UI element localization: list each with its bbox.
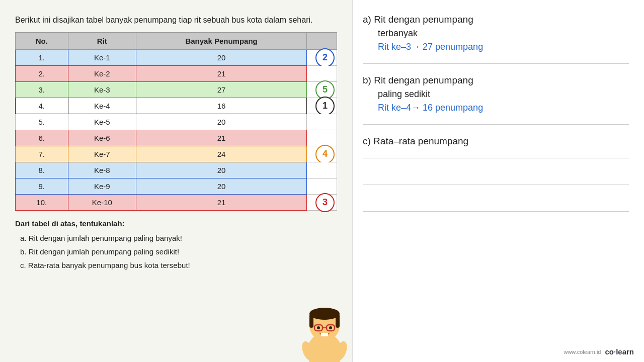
circle-indicator: 2: [315, 48, 335, 67]
questions-section: Dari tabel di atas, tentukanlah: Rit den…: [15, 217, 337, 272]
table-row: 6.Ke-621: [16, 130, 337, 146]
cell-no: 6.: [16, 130, 68, 146]
data-table: No. Rit Banyak Penumpang 1.Ke-12022.Ke-2…: [15, 32, 337, 211]
cell-rit: Ke-2: [68, 66, 136, 82]
question-item: Rit dengan jumlah penumpang paling banya…: [20, 231, 337, 245]
cell-penumpang: 24: [136, 146, 307, 162]
table-header-row: No. Rit Banyak Penumpang: [16, 33, 337, 50]
answer-c-label: c) Rata–rata penumpang: [363, 136, 629, 147]
svg-rect-10: [321, 333, 328, 336]
cell-penumpang: 20: [136, 114, 307, 130]
cell-penumpang: 21: [136, 66, 307, 82]
cell-no: 10.: [16, 195, 68, 211]
cell-circle: [307, 66, 337, 82]
cell-penumpang: 20: [136, 50, 307, 66]
cell-rit: Ke-4: [68, 98, 136, 114]
divider-c-bottom: [363, 158, 629, 158]
cell-no: 9.: [16, 178, 68, 195]
table-row: 8.Ke-820: [16, 162, 337, 178]
answer-a-result: Rit ke–3→ 27 penumpang: [363, 42, 629, 52]
table-row: 4.Ke-4161: [16, 98, 337, 114]
circle-indicator: 1: [315, 97, 335, 116]
questions-title: Dari tabel di atas, tentukanlah:: [15, 217, 337, 230]
left-panel: Berikut ini disajikan tabel banyak penum…: [0, 0, 352, 362]
table-row: 3.Ke-3275: [16, 82, 337, 98]
cell-rit: Ke-8: [68, 162, 136, 178]
col-rit: Rit: [68, 33, 136, 50]
col-penumpang: Banyak Penumpang: [136, 33, 307, 50]
cell-rit: Ke-6: [68, 130, 136, 146]
cell-circle: 4: [307, 146, 337, 162]
answer-b-detail: paling sedikit: [363, 89, 629, 100]
footer-dot: ·: [614, 347, 616, 356]
answer-b-result: Rit ke–4→ 16 penumpang: [363, 103, 629, 113]
cell-rit: Ke-1: [68, 50, 136, 66]
character-illustration: [292, 292, 357, 357]
table-row: 7.Ke-7244: [16, 146, 337, 162]
circle-indicator: 3: [315, 193, 335, 212]
answer-b-label: b) Rit dengan penumpang: [363, 75, 629, 86]
cell-rit: Ke-7: [68, 146, 136, 162]
table-row: 10.Ke-10213: [16, 195, 337, 211]
svg-rect-3: [309, 314, 313, 328]
cell-circle: 3: [307, 195, 337, 211]
answer-c: c) Rata–rata penumpang: [363, 136, 629, 147]
divider-c-bottom2: [363, 185, 629, 185]
cell-no: 1.: [16, 50, 68, 66]
questions-list: Rit dengan jumlah penumpang paling banya…: [15, 231, 337, 272]
cell-no: 7.: [16, 146, 68, 162]
footer: www.colearn.id co·learn: [564, 347, 634, 356]
divider-c-bottom3: [363, 211, 629, 212]
answer-a-detail: terbanyak: [363, 28, 629, 39]
question-item: Rit dengan jumlah penumpang paling sedik…: [20, 245, 337, 258]
table-row: 2.Ke-221: [16, 66, 337, 82]
table-body: 1.Ke-12022.Ke-2213.Ke-32754.Ke-41615.Ke-…: [16, 50, 337, 211]
cell-circle: [307, 130, 337, 146]
cell-no: 4.: [16, 98, 68, 114]
question-item: Rata-rata banyak penumpang bus kota ters…: [20, 258, 337, 272]
cell-no: 5.: [16, 114, 68, 130]
divider-bc: [363, 124, 629, 125]
cell-penumpang: 16: [136, 98, 307, 114]
cell-penumpang: 20: [136, 178, 307, 195]
right-panel: a) Rit dengan penumpang terbanyak Rit ke…: [352, 0, 644, 362]
cell-penumpang: 27: [136, 82, 307, 98]
cell-penumpang: 20: [136, 162, 307, 178]
footer-url: www.colearn.id: [564, 349, 601, 355]
circle-indicator: 4: [315, 145, 335, 164]
cell-no: 2.: [16, 66, 68, 82]
answer-b: b) Rit dengan penumpang paling sedikit R…: [363, 75, 629, 113]
svg-point-2: [309, 308, 340, 320]
cell-rit: Ke-10: [68, 195, 136, 211]
table-row: 1.Ke-1202: [16, 50, 337, 66]
cell-no: 8.: [16, 162, 68, 178]
cell-circle: [307, 114, 337, 130]
table-row: 5.Ke-520: [16, 114, 337, 130]
cell-penumpang: 21: [136, 195, 307, 211]
cell-rit: Ke-9: [68, 178, 136, 195]
table-wrapper: No. Rit Banyak Penumpang 1.Ke-12022.Ke-2…: [15, 32, 337, 211]
answer-a: a) Rit dengan penumpang terbanyak Rit ke…: [363, 14, 629, 52]
table-row: 9.Ke-920: [16, 178, 337, 195]
svg-point-8: [317, 326, 320, 329]
col-no: No.: [16, 33, 68, 50]
svg-rect-4: [336, 314, 340, 328]
cell-circle: [307, 178, 337, 195]
cell-penumpang: 21: [136, 130, 307, 146]
cell-rit: Ke-5: [68, 114, 136, 130]
cell-rit: Ke-3: [68, 82, 136, 98]
intro-text: Berikut ini disajikan tabel banyak penum…: [15, 14, 337, 26]
col-circle: [307, 33, 337, 50]
divider-ab: [363, 63, 629, 64]
svg-point-9: [329, 326, 332, 329]
cell-circle: 2: [307, 50, 337, 66]
cell-circle: 1: [307, 98, 337, 114]
cell-circle: [307, 162, 337, 178]
answer-a-label: a) Rit dengan penumpang: [363, 14, 629, 25]
cell-no: 3.: [16, 82, 68, 98]
footer-brand: co·learn: [605, 347, 634, 356]
cell-circle: 5: [307, 82, 337, 98]
